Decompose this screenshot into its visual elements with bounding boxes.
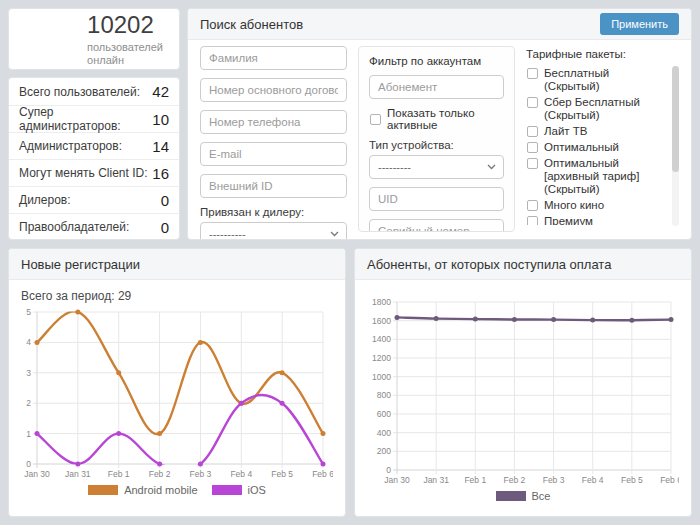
tariff-item[interactable]: Оптимальный [архивный тариф] (Скрытый): [526, 157, 666, 196]
active-only-checkbox[interactable]: [370, 114, 381, 125]
legend-label: Android mobile: [124, 484, 197, 496]
tariff-checkbox[interactable]: [527, 126, 538, 137]
legend-label: iOS: [248, 484, 266, 496]
period-total-text: Всего за период: 29: [21, 289, 333, 303]
data-point: [321, 462, 326, 467]
external-id-input[interactable]: [200, 174, 347, 198]
data-point: [198, 462, 203, 467]
tariff-item-label: Много кино: [544, 199, 604, 212]
data-point: [551, 317, 556, 322]
legend-item-ios[interactable]: iOS: [212, 484, 266, 496]
tariff-item[interactable]: Бесплатный (Скрытый): [526, 67, 666, 93]
tariff-checkbox[interactable]: [527, 158, 538, 169]
data-point: [473, 317, 478, 322]
tariff-item[interactable]: Лайт ТВ: [526, 125, 666, 138]
x-tick-label: Feb 3: [543, 475, 565, 485]
legend-label: Все: [532, 490, 551, 502]
last-name-input[interactable]: [200, 46, 347, 70]
legend-item-все[interactable]: Все: [496, 490, 551, 502]
x-tick-label: Jan 31: [65, 469, 91, 479]
y-tick-label: 0: [386, 465, 391, 475]
email-input[interactable]: [200, 142, 347, 166]
data-point: [669, 317, 674, 322]
dealer-select[interactable]: ----------: [200, 222, 347, 240]
y-tick-label: 400: [377, 428, 391, 438]
device-type-select-value: ---------: [378, 161, 411, 173]
line-chart-svg: 020040060080010001200140016001800Jan 30J…: [367, 296, 679, 486]
tariff-checkbox[interactable]: [527, 97, 538, 108]
apply-button[interactable]: Применить: [600, 13, 679, 35]
tariff-item[interactable]: Много кино: [526, 199, 666, 212]
stat-row: Дилеров:0: [9, 186, 179, 213]
x-tick-label: Feb 4: [582, 475, 604, 485]
x-tick-label: Feb 6: [312, 469, 333, 479]
stat-label: Правообладателей:: [19, 220, 129, 234]
data-point: [280, 401, 285, 406]
data-point: [157, 431, 162, 436]
x-tick-label: Feb 5: [271, 469, 293, 479]
registrations-chart-panel: Новые регистрации Всего за период: 29 01…: [8, 248, 346, 517]
chevron-down-icon: [487, 164, 496, 170]
tariff-item[interactable]: Премиум: [526, 215, 666, 225]
contract-number-input[interactable]: [200, 78, 347, 102]
data-point: [321, 431, 326, 436]
stat-value: 0: [161, 219, 169, 236]
user-stats-list: Всего пользователей:42Супер администрато…: [9, 78, 179, 240]
payments-chart-header: Абоненты, от которых поступила оплата: [355, 249, 691, 280]
line-chart-svg: 012345Jan 30Jan 31Feb 1Feb 2Feb 3Feb 4Fe…: [21, 306, 333, 480]
account-filter-title: Фильтр по аккаунтам: [369, 55, 504, 67]
tariff-packages-list: Бесплатный (Скрытый)Сбер Бесплатный (Скр…: [526, 67, 679, 225]
chart-legend: Все: [367, 490, 679, 502]
left-column: 10202 пользователей онлайн Всего пользов…: [8, 8, 180, 240]
tariff-checkbox[interactable]: [527, 142, 538, 153]
stat-value: 16: [152, 165, 169, 182]
data-point: [75, 310, 80, 315]
tariff-item[interactable]: Оптимальный: [526, 141, 666, 154]
x-tick-label: Feb 6: [660, 475, 679, 485]
y-tick-label: 1200: [372, 353, 391, 363]
y-tick-label: 200: [377, 446, 391, 456]
data-point: [75, 462, 80, 467]
data-point: [157, 462, 162, 467]
tariff-item-label: Оптимальный: [544, 141, 619, 154]
data-point: [512, 317, 517, 322]
tariff-checkbox[interactable]: [527, 68, 538, 79]
data-point: [116, 431, 121, 436]
x-tick-label: Feb 2: [504, 475, 526, 485]
phone-number-input[interactable]: [200, 110, 347, 134]
user-stats-card: Всего пользователей:42Супер администрато…: [8, 77, 180, 240]
uid-input[interactable]: [369, 187, 504, 211]
tariff-item-label: Оптимальный [архивный тариф] (Скрытый): [544, 157, 666, 196]
legend-item-android-mobile[interactable]: Android mobile: [88, 484, 197, 496]
tariff-item[interactable]: Сбер Бесплатный (Скрытый): [526, 96, 666, 122]
x-tick-label: Feb 4: [230, 469, 252, 479]
data-point: [35, 340, 40, 345]
active-only-row[interactable]: Показать только активные: [369, 107, 504, 131]
legend-swatch: [88, 485, 118, 495]
stat-label: Администраторов:: [19, 139, 122, 153]
y-tick-label: 2: [26, 398, 31, 408]
data-point: [239, 401, 244, 406]
tariff-checkbox[interactable]: [527, 200, 538, 211]
y-tick-label: 0: [26, 459, 31, 469]
scrollbar-thumb[interactable]: [672, 66, 679, 172]
online-users-label: пользователей онлайн: [87, 41, 163, 67]
tariff-item-label: Лайт ТВ: [544, 125, 588, 138]
search-panel-title: Поиск абонентов: [200, 17, 303, 32]
device-type-select[interactable]: ---------: [369, 155, 504, 179]
x-tick-label: Feb 1: [108, 469, 130, 479]
tariff-item-label: Премиум: [544, 215, 593, 225]
tariff-packages-label: Тарифные пакеты:: [526, 48, 679, 60]
serial-number-input[interactable]: [369, 219, 504, 232]
device-type-label: Тип устройства:: [369, 139, 504, 151]
subscription-input[interactable]: [369, 75, 504, 99]
grid: 020040060080010001200140016001800Jan 30J…: [372, 297, 679, 485]
payments-chart-title: Абоненты, от которых поступила оплата: [367, 257, 611, 272]
payments-chart: 020040060080010001200140016001800Jan 30J…: [367, 296, 679, 502]
stat-label: Супер администраторов:: [19, 105, 152, 133]
x-tick-label: Feb 3: [190, 469, 212, 479]
registrations-chart-header: Новые регистрации: [9, 249, 345, 280]
scrollbar-track[interactable]: [672, 66, 679, 226]
y-tick-label: 800: [377, 390, 391, 400]
tariff-checkbox[interactable]: [527, 216, 538, 225]
